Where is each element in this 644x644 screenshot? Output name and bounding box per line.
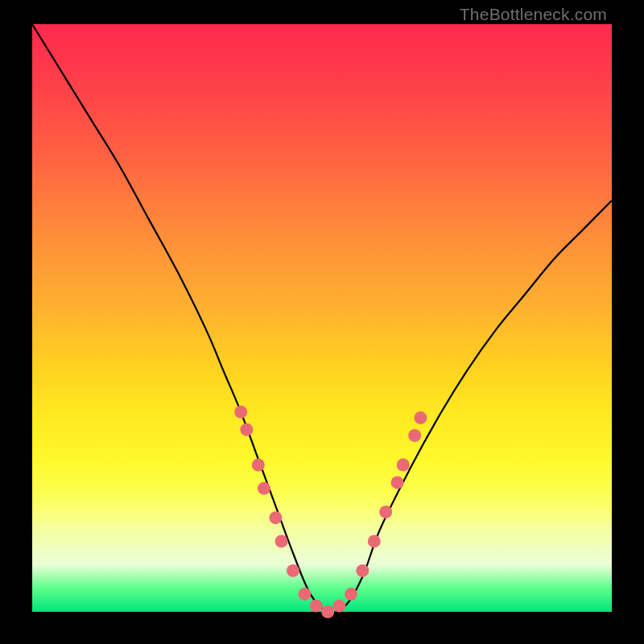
marker-point	[414, 411, 427, 424]
marker-point	[333, 600, 346, 613]
bottleneck-curve	[32, 24, 612, 613]
marker-point	[379, 506, 392, 518]
marker-point	[298, 588, 311, 601]
marker-point	[240, 423, 253, 436]
marker-point	[275, 535, 288, 547]
marker-point	[408, 429, 421, 442]
marker-point	[345, 588, 357, 601]
marker-point	[234, 406, 247, 419]
marker-point	[252, 459, 265, 472]
watermark-text: TheBottleneck.com	[460, 5, 607, 24]
marker-point	[368, 535, 381, 547]
marker-point	[397, 459, 410, 472]
marker-point	[391, 476, 404, 489]
marker-point	[310, 600, 323, 613]
marker-point	[258, 482, 270, 495]
marker-point	[269, 511, 282, 524]
chart-svg	[32, 24, 612, 612]
marker-point	[287, 564, 299, 577]
marker-point	[321, 605, 334, 618]
chart-frame: TheBottleneck.com	[0, 0, 644, 644]
plot-area	[32, 24, 612, 612]
highlight-points	[234, 406, 427, 618]
marker-point	[356, 564, 369, 577]
